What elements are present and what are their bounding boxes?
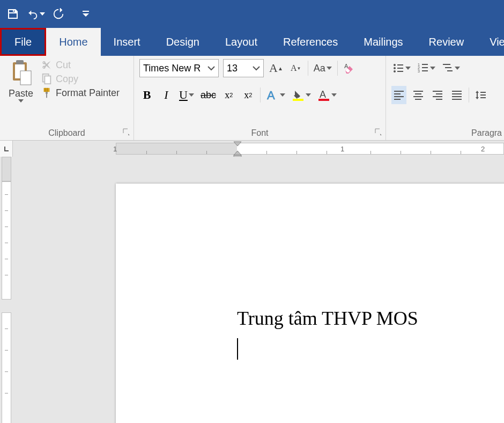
align-left-button[interactable] bbox=[391, 86, 406, 104]
tab-file[interactable]: File bbox=[0, 28, 46, 56]
svg-rect-30 bbox=[445, 67, 451, 68]
tab-references[interactable]: References bbox=[270, 28, 351, 56]
clear-formatting-button[interactable]: A bbox=[342, 59, 357, 77]
svg-rect-32 bbox=[394, 91, 404, 92]
underline-button[interactable]: U bbox=[178, 86, 195, 104]
svg-rect-4 bbox=[20, 71, 31, 85]
svg-rect-29 bbox=[443, 64, 450, 65]
svg-rect-49 bbox=[480, 94, 486, 96]
svg-rect-24 bbox=[422, 64, 428, 65]
justify-button[interactable] bbox=[449, 86, 464, 104]
svg-point-17 bbox=[394, 64, 396, 66]
line-spacing-button[interactable] bbox=[473, 86, 488, 104]
svg-rect-42 bbox=[433, 96, 442, 97]
tab-view[interactable]: View bbox=[477, 28, 504, 56]
tab-layout[interactable]: Layout bbox=[212, 28, 270, 56]
svg-rect-39 bbox=[415, 99, 421, 100]
svg-rect-40 bbox=[433, 91, 442, 92]
justify-icon bbox=[451, 89, 463, 101]
svg-point-19 bbox=[394, 67, 396, 69]
shrink-font-button[interactable]: A▼ bbox=[288, 59, 303, 77]
numbering-icon: 123 bbox=[417, 62, 429, 74]
svg-rect-6 bbox=[45, 76, 50, 84]
customize-qat-icon[interactable] bbox=[81, 10, 90, 18]
strikethrough-button[interactable]: abc bbox=[199, 86, 217, 104]
text-effects-button[interactable]: A bbox=[265, 86, 286, 104]
svg-rect-9 bbox=[47, 88, 48, 92]
bullets-button[interactable] bbox=[391, 59, 412, 77]
font-name-combo[interactable]: Times New R bbox=[139, 59, 219, 77]
tab-home[interactable]: Home bbox=[46, 28, 100, 56]
chevron-down-icon bbox=[207, 65, 215, 71]
page: Trung tâm THVP MOS bbox=[116, 184, 504, 423]
svg-rect-43 bbox=[436, 99, 442, 100]
subscript-button[interactable]: x2 bbox=[221, 86, 236, 104]
font-name-value: Times New R bbox=[143, 63, 201, 74]
copy-label: Copy bbox=[56, 74, 78, 85]
bold-button[interactable]: B bbox=[139, 86, 154, 104]
multilevel-list-button[interactable] bbox=[441, 59, 461, 77]
svg-rect-38 bbox=[413, 96, 423, 97]
workspace: Trung tâm THVP MOS bbox=[0, 157, 504, 423]
bullets-icon bbox=[392, 62, 404, 74]
highlight-icon bbox=[292, 89, 305, 101]
svg-text:A: A bbox=[320, 89, 326, 100]
vertical-ruler[interactable] bbox=[0, 157, 13, 423]
svg-rect-37 bbox=[415, 93, 421, 94]
grow-font-button[interactable]: A▲ bbox=[268, 59, 284, 77]
tab-insert[interactable]: Insert bbox=[101, 28, 153, 56]
group-paragraph: 123 bbox=[386, 56, 504, 140]
svg-rect-44 bbox=[452, 91, 462, 92]
tab-design[interactable]: Design bbox=[153, 28, 212, 56]
italic-button[interactable]: I bbox=[159, 86, 174, 104]
tab-selector[interactable] bbox=[0, 141, 13, 157]
group-font: Times New R 13 A▲ A▼ Aa A B I U bbox=[134, 56, 386, 140]
align-center-button[interactable] bbox=[411, 86, 426, 104]
redo-icon[interactable] bbox=[53, 8, 64, 20]
chevron-down-icon bbox=[253, 65, 260, 71]
font-group-label: Font bbox=[134, 128, 386, 138]
copy-icon bbox=[41, 73, 53, 85]
svg-text:3: 3 bbox=[418, 69, 420, 73]
svg-rect-20 bbox=[397, 68, 403, 69]
copy-button[interactable]: Copy bbox=[41, 73, 120, 85]
font-launcher-icon[interactable] bbox=[375, 128, 382, 136]
change-case-button[interactable]: Aa bbox=[313, 59, 333, 77]
svg-rect-33 bbox=[394, 93, 401, 94]
undo-icon[interactable] bbox=[27, 8, 45, 20]
svg-rect-48 bbox=[480, 92, 486, 93]
quick-access-toolbar bbox=[0, 0, 504, 28]
numbering-button[interactable]: 123 bbox=[416, 59, 436, 77]
align-left-icon bbox=[393, 89, 405, 101]
svg-rect-35 bbox=[394, 99, 401, 100]
paste-button[interactable]: Paste bbox=[5, 59, 36, 123]
svg-point-21 bbox=[394, 70, 396, 72]
group-clipboard: Paste Cut Copy Format Painter Clipboard bbox=[0, 56, 134, 140]
paste-dropdown-icon[interactable] bbox=[18, 99, 24, 103]
svg-rect-34 bbox=[394, 96, 404, 97]
save-icon[interactable] bbox=[6, 8, 19, 20]
svg-text:A: A bbox=[344, 63, 349, 69]
font-color-button[interactable]: A bbox=[316, 86, 338, 104]
svg-rect-8 bbox=[45, 88, 46, 92]
paste-label: Paste bbox=[9, 88, 33, 99]
horizontal-ruler[interactable]: 1 1 2 bbox=[116, 143, 504, 155]
tab-review[interactable]: Review bbox=[416, 28, 477, 56]
format-painter-button[interactable]: Format Painter bbox=[41, 87, 120, 99]
svg-rect-14 bbox=[293, 99, 303, 101]
font-size-combo[interactable]: 13 bbox=[223, 59, 264, 77]
superscript-button[interactable]: x2 bbox=[241, 86, 256, 104]
document-text[interactable]: Trung tâm THVP MOS bbox=[237, 307, 418, 330]
cut-button[interactable]: Cut bbox=[41, 59, 120, 71]
ruler-number: 1 bbox=[340, 145, 344, 153]
tab-mailings[interactable]: Mailings bbox=[351, 28, 416, 56]
format-painter-label: Format Painter bbox=[56, 87, 120, 99]
document-canvas[interactable]: Trung tâm THVP MOS bbox=[13, 157, 504, 423]
highlight-button[interactable] bbox=[291, 86, 312, 104]
clipboard-launcher-icon[interactable] bbox=[123, 128, 130, 136]
svg-rect-31 bbox=[447, 70, 453, 71]
eraser-icon: A bbox=[343, 62, 356, 75]
svg-text:A: A bbox=[267, 89, 275, 101]
svg-rect-46 bbox=[452, 96, 462, 97]
align-right-button[interactable] bbox=[430, 86, 445, 104]
